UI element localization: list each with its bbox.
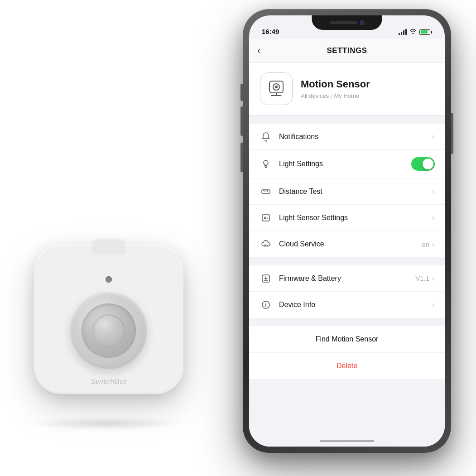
device-sensor-dot — [106, 276, 112, 283]
firmware-label: Firmware & Battery — [279, 274, 415, 283]
firmware-right: V1.1 › — [415, 274, 435, 283]
signal-bar-4 — [405, 29, 407, 35]
device-name-label: Motion Sensor — [301, 78, 370, 90]
distance-test-right: › — [432, 187, 435, 196]
distance-test-label: Distance Test — [279, 188, 432, 196]
svg-point-6 — [280, 95, 282, 96]
device-lens-inner — [82, 303, 136, 358]
notifications-right: › — [432, 132, 435, 141]
light-sensor-label: Light Sensor Settings — [279, 214, 432, 222]
signal-bar-1 — [399, 33, 400, 35]
svg-point-18 — [265, 303, 266, 304]
find-motion-sensor-label: Find Motion Sensor — [316, 335, 379, 343]
firmware-value: V1.1 — [415, 274, 429, 282]
ruler-icon — [259, 187, 273, 197]
find-motion-sensor-row[interactable]: Find Motion Sensor — [249, 326, 445, 353]
phone-volume-down-btn — [240, 143, 243, 172]
svg-point-2 — [275, 86, 278, 88]
signal-bar-3 — [403, 30, 404, 35]
battery-icon — [419, 29, 432, 35]
device-shadow — [29, 417, 183, 430]
cloud-service-value: on — [422, 240, 429, 248]
phone-body: 16:49 — [243, 9, 451, 453]
info-icon — [259, 300, 273, 310]
device-lens-outer — [70, 292, 147, 369]
status-icons — [399, 29, 432, 35]
notifications-chevron: › — [432, 132, 435, 141]
light-settings-toggle[interactable] — [411, 157, 435, 171]
settings-row-distance-test[interactable]: Distance Test › — [249, 178, 445, 205]
firmware-chevron: › — [432, 274, 435, 283]
device-info-chevron: › — [432, 300, 435, 310]
home-indicator — [320, 440, 374, 442]
settings-row-light-settings[interactable]: Light Settings — [249, 150, 445, 178]
svg-rect-8 — [262, 190, 270, 193]
sensor-icon — [259, 213, 273, 223]
nav-title: SETTINGS — [327, 46, 367, 55]
signal-bar-2 — [401, 32, 402, 35]
light-settings-right — [411, 157, 435, 171]
app-navbar: ‹ SETTINGS — [249, 39, 445, 63]
notifications-label: Notifications — [279, 133, 432, 141]
app-content: ‹ SETTINGS — [249, 39, 445, 447]
device-sub1: All devices — [301, 92, 329, 99]
phone-notch — [312, 15, 382, 30]
back-button[interactable]: ‹ — [257, 45, 260, 57]
device-body: SwitchBot — [34, 245, 183, 394]
phone-power-btn — [451, 113, 453, 154]
motion-sensor-icon — [265, 77, 288, 100]
phone-screen: 16:49 — [249, 15, 445, 447]
settings-section-1: Notifications › — [249, 124, 445, 257]
delete-label: Delete — [337, 362, 357, 370]
device-header-info: Motion Sensor All devices | My Home — [301, 78, 370, 99]
device-top-button — [93, 241, 125, 254]
settings-section-2: Firmware & Battery V1.1 › — [249, 265, 445, 318]
settings-row-notifications[interactable]: Notifications › — [249, 124, 445, 150]
notch-speaker — [330, 21, 357, 24]
device-info-right: › — [432, 300, 435, 310]
light-sensor-right: › — [432, 213, 435, 222]
cloud-service-label: Cloud Service — [279, 240, 422, 248]
distance-test-chevron: › — [432, 187, 435, 196]
device-sub-sep: | — [331, 92, 332, 99]
device-brand-label: SwitchBot — [91, 378, 127, 386]
light-settings-label: Light Settings — [279, 160, 411, 168]
settings-row-cloud-service[interactable]: Cloud Service on › — [249, 231, 445, 257]
notch-camera — [360, 20, 364, 25]
physical-device: SwitchBot — [25, 236, 197, 417]
scene: SwitchBot 16:49 — [0, 0, 476, 476]
cloud-service-right: on › — [422, 240, 435, 249]
wifi-icon — [409, 29, 417, 35]
toggle-thumb — [423, 159, 433, 169]
delete-row[interactable]: Delete — [249, 353, 445, 379]
svg-point-5 — [271, 95, 273, 96]
device-lens-core — [92, 314, 125, 347]
device-header-card: Motion Sensor All devices | My Home — [249, 63, 445, 115]
settings-row-device-info[interactable]: Device Info › — [249, 292, 445, 318]
signal-bars-icon — [399, 29, 407, 35]
bulb-icon — [259, 159, 273, 169]
light-sensor-chevron: › — [432, 213, 435, 222]
phone-volume-mute-btn — [240, 84, 243, 101]
device-info-label: Device Info — [279, 301, 432, 309]
update-icon — [259, 274, 273, 284]
cloud-service-chevron: › — [432, 240, 435, 249]
settings-row-light-sensor[interactable]: Light Sensor Settings › — [249, 205, 445, 231]
device-sub2: My Home — [334, 92, 360, 99]
cloud-icon — [259, 239, 273, 249]
device-icon-wrap — [260, 72, 293, 105]
settings-row-firmware[interactable]: Firmware & Battery V1.1 › — [249, 265, 445, 292]
phone-volume-up-btn — [240, 106, 243, 136]
find-delete-section: Find Motion Sensor Delete — [249, 326, 445, 379]
device-header-sub: All devices | My Home — [301, 92, 370, 99]
phone: 16:49 — [243, 9, 451, 453]
bell-icon — [259, 132, 273, 142]
